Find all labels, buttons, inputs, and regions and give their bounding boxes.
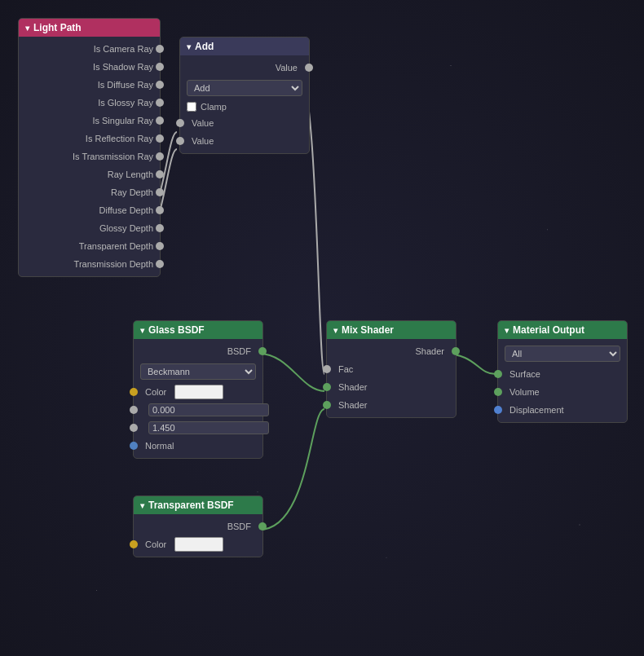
- is-diffuse-ray-socket[interactable]: [156, 81, 164, 89]
- socket-row-is-camera-ray: Is Camera Ray: [19, 40, 160, 58]
- glass-roughness-input[interactable]: [148, 403, 269, 416]
- socket-row-is-reflection-ray: Is Reflection Ray: [19, 130, 160, 147]
- socket-row-ray-length: Ray Length: [19, 165, 160, 183]
- glass-color-swatch[interactable]: [174, 385, 223, 399]
- add-collapse-icon[interactable]: ▾: [187, 42, 191, 51]
- transparent-color-socket[interactable]: [130, 540, 138, 548]
- is-diffuse-ray-label: Is Diffuse Ray: [98, 80, 153, 90]
- add-clamp-row: Clamp: [180, 99, 309, 114]
- socket-row-is-diffuse-ray: Is Diffuse Ray: [19, 76, 160, 94]
- transmission-depth-socket[interactable]: [156, 260, 164, 268]
- transparent-depth-label: Transparent Depth: [79, 241, 153, 251]
- mix-shader2-socket[interactable]: [323, 401, 331, 409]
- glass-roughness-socket[interactable]: [130, 406, 138, 414]
- glass-color-socket[interactable]: [130, 388, 138, 396]
- glossy-depth-socket[interactable]: [156, 224, 164, 232]
- ray-length-label: Ray Length: [108, 170, 153, 179]
- transparent-output-row: BSDF: [134, 517, 262, 535]
- mix-header[interactable]: ▾ Mix Shader: [327, 321, 456, 339]
- node-lightpath: ▾ Light Path Is Camera Ray Is Shadow Ray…: [18, 18, 161, 277]
- add-value2-socket[interactable]: [176, 137, 184, 145]
- mix-fac-row: Fac: [327, 360, 456, 378]
- add-value1-socket[interactable]: [176, 119, 184, 127]
- glass-ior-input[interactable]: [148, 421, 269, 434]
- add-output-socket[interactable]: [305, 64, 313, 72]
- add-value2-row: Value: [180, 132, 309, 150]
- glass-color-row: Color: [134, 383, 262, 401]
- add-title: Add: [195, 41, 214, 52]
- add-clamp-checkbox[interactable]: [187, 102, 196, 112]
- transparent-collapse-icon[interactable]: ▾: [140, 501, 144, 510]
- matout-header[interactable]: ▾ Material Output: [498, 321, 627, 339]
- is-shadow-ray-socket[interactable]: [156, 63, 164, 71]
- glass-distribution-select[interactable]: Beckmann: [140, 363, 256, 380]
- add-header[interactable]: ▾ Add: [180, 37, 309, 55]
- transparent-color-label: Color: [145, 539, 166, 549]
- is-singular-ray-label: Is Singular Ray: [92, 116, 153, 125]
- glass-ior-row: [134, 419, 262, 437]
- is-transmission-ray-label: Is Transmission Ray: [73, 152, 153, 161]
- socket-row-is-shadow-ray: Is Shadow Ray: [19, 58, 160, 76]
- transparent-depth-socket[interactable]: [156, 242, 164, 250]
- glass-dist-container: Beckmann: [140, 363, 256, 380]
- matout-volume-row: Volume: [498, 383, 627, 401]
- matout-surface-socket[interactable]: [494, 370, 502, 378]
- glass-header[interactable]: ▾ Glass BSDF: [134, 321, 262, 339]
- glossy-depth-label: Glossy Depth: [99, 223, 153, 233]
- matout-volume-label: Volume: [509, 387, 540, 397]
- mix-shader1-row: Shader: [327, 378, 456, 396]
- add-body: Value Add Clamp Value Value: [180, 55, 309, 153]
- mix-body: Shader Fac Shader Shader: [327, 339, 456, 417]
- matout-volume-socket[interactable]: [494, 388, 502, 396]
- ray-depth-label: Ray Depth: [111, 187, 153, 197]
- matout-displacement-label: Displacement: [509, 405, 564, 415]
- socket-row-glossy-depth: Glossy Depth: [19, 219, 160, 237]
- matout-target-select[interactable]: All: [505, 346, 620, 362]
- diffuse-depth-socket[interactable]: [156, 206, 164, 214]
- mix-fac-label: Fac: [338, 364, 353, 374]
- matout-displacement-socket[interactable]: [494, 406, 502, 414]
- matout-surface-label: Surface: [509, 369, 540, 379]
- mix-shader1-socket[interactable]: [323, 383, 331, 391]
- socket-row-is-transmission-ray: Is Transmission Ray: [19, 147, 160, 165]
- collapse-icon[interactable]: ▾: [25, 24, 29, 33]
- is-transmission-ray-socket[interactable]: [156, 152, 164, 161]
- is-singular-ray-socket[interactable]: [156, 117, 164, 125]
- transmission-depth-label: Transmission Depth: [74, 259, 153, 269]
- ray-length-socket[interactable]: [156, 170, 164, 178]
- glass-output-label: BSDF: [227, 346, 251, 356]
- transparent-header[interactable]: ▾ Transparent BSDF: [134, 496, 262, 514]
- mix-output-label: Shader: [416, 346, 444, 356]
- mix-title: Mix Shader: [342, 324, 394, 336]
- ray-depth-socket[interactable]: [156, 188, 164, 196]
- transparent-color-swatch[interactable]: [174, 537, 223, 552]
- is-camera-ray-socket[interactable]: [156, 45, 164, 53]
- transparent-color-row: Color: [134, 535, 262, 553]
- add-operation-select[interactable]: Add: [187, 80, 302, 96]
- socket-row-diffuse-depth: Diffuse Depth: [19, 201, 160, 219]
- glass-output-row: BSDF: [134, 342, 262, 360]
- mix-fac-socket[interactable]: [323, 365, 331, 373]
- matout-surface-row: Surface: [498, 365, 627, 383]
- node-transparent: ▾ Transparent BSDF BSDF Color: [133, 495, 263, 557]
- matout-collapse-icon[interactable]: ▾: [505, 326, 509, 335]
- add-clamp-label: Clamp: [201, 102, 227, 112]
- is-reflection-ray-socket[interactable]: [156, 134, 164, 143]
- mix-collapse-icon[interactable]: ▾: [333, 326, 337, 335]
- transparent-output-socket[interactable]: [258, 522, 267, 531]
- add-select-container: Add: [187, 80, 302, 96]
- glass-ior-socket[interactable]: [130, 424, 138, 432]
- lightpath-header[interactable]: ▾ Light Path: [19, 19, 160, 37]
- matout-title: Material Output: [513, 324, 584, 336]
- add-output-row: Value: [180, 59, 309, 77]
- glass-output-socket[interactable]: [258, 347, 267, 355]
- glass-normal-socket[interactable]: [130, 442, 138, 450]
- is-glossy-ray-socket[interactable]: [156, 99, 164, 107]
- glass-collapse-icon[interactable]: ▾: [140, 326, 144, 335]
- glass-normal-label: Normal: [145, 441, 174, 451]
- add-output-label: Value: [276, 63, 298, 73]
- mix-output-row: Shader: [327, 342, 456, 360]
- socket-row-ray-depth: Ray Depth: [19, 183, 160, 201]
- node-add: ▾ Add Value Add Clamp Value Value: [179, 37, 310, 154]
- mix-output-socket[interactable]: [452, 347, 460, 355]
